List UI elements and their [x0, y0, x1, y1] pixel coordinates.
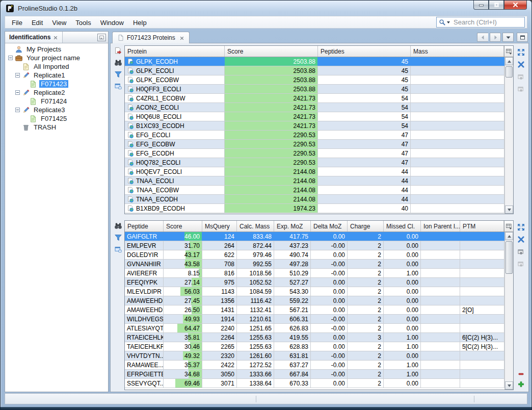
table-row[interactable]: C4ZRL1_ECOBW2421.7354 — [125, 94, 504, 103]
copy-up-icon[interactable] — [516, 247, 525, 256]
table-row[interactable]: H0QFF3_ECOLI2503.8845 — [125, 85, 504, 94]
tree-item-my-projects[interactable]: My Projects — [5, 45, 108, 54]
menu-file[interactable]: File — [7, 18, 27, 28]
tree-item-trash[interactable]: TRASH — [5, 123, 108, 132]
column-header-peptides[interactable]: Peptides — [318, 46, 411, 57]
maximize-view-button[interactable] — [517, 33, 528, 42]
table-row[interactable]: GLPK_ECOBW2503.8845 — [125, 75, 504, 85]
column-header-peptide[interactable]: Peptide — [125, 221, 164, 232]
close-x-icon[interactable] — [516, 235, 525, 244]
table-row[interactable]: GLPK_ECODH2503.8845 — [125, 57, 504, 66]
scroll-up-icon[interactable] — [505, 57, 513, 65]
table-row[interactable]: MLEVLDIPR56.0311431084.59543.300.0020.00 — [125, 287, 504, 296]
search-box[interactable] — [436, 17, 525, 28]
column-header-msquery[interactable]: MsQuery — [202, 221, 237, 232]
minimize-window-button[interactable] — [473, 1, 489, 10]
column-header-mass[interactable]: Mass — [411, 46, 504, 57]
menu-tools[interactable]: Tools — [71, 18, 95, 28]
copy-down-icon[interactable] — [516, 84, 525, 93]
remove-icon[interactable] — [516, 369, 525, 378]
table-row[interactable]: EFG_ECOLI2290.5347 — [125, 131, 504, 140]
filter-icon[interactable] — [114, 233, 123, 242]
peptide-scrollbar[interactable] — [504, 232, 513, 390]
titlebar[interactable]: ProlineStudio 0.1.2b — [1, 1, 531, 16]
table-row[interactable]: TNAA_ECOLI2144.0844 — [125, 176, 504, 186]
filter-icon[interactable] — [114, 70, 123, 79]
table-row[interactable]: TNAA_ECOBW2144.0844 — [125, 186, 504, 195]
column-header-protein[interactable]: Protein — [125, 46, 225, 57]
collapse-expander-icon[interactable] — [15, 73, 20, 78]
table-row[interactable]: EFEQIYPK27.149751052.52527.270.0020.00 — [125, 278, 504, 287]
tab-identifications[interactable]: Identifications — [5, 32, 63, 43]
table-row[interactable]: B1XBD9_ECODH1974.2340 — [125, 204, 504, 213]
table-row[interactable]: SSEVYGQT...69.4630711338.64670.330.0020.… — [125, 379, 504, 388]
copy-down-icon[interactable] — [516, 259, 525, 268]
tab-next-button[interactable] — [490, 33, 501, 42]
table-row[interactable]: TNAA_ECODH2144.0844 — [125, 195, 504, 204]
scroll-thumb[interactable] — [506, 66, 513, 78]
panel-close-icon[interactable] — [53, 35, 58, 40]
menu-edit[interactable]: Edit — [27, 18, 47, 28]
column-chooser-icon[interactable] — [504, 221, 513, 232]
column-header-ion_parent[interactable]: Ion Parent I... — [421, 221, 460, 232]
export-icon[interactable] — [114, 46, 123, 56]
tab-close-icon[interactable] — [179, 35, 184, 40]
table-row[interactable]: AMAWEEHDE27.4513561116.42559.220.0020.00 — [125, 296, 504, 305]
tree-item-replicate3[interactable]: Replicate3 — [5, 106, 108, 114]
tab-list-button[interactable] — [502, 33, 514, 42]
table-row[interactable]: EFG_ECODH2290.5347 — [125, 149, 504, 158]
add-icon[interactable] — [516, 379, 525, 389]
table-row[interactable]: H0Q6U8_ECOLI2421.7354 — [125, 112, 504, 121]
column-header-ptm[interactable]: PTM — [460, 221, 504, 232]
table-row[interactable]: WILDHVEGSR49.9319141210.61606.31-0.0020.… — [125, 315, 504, 324]
copy-up-icon[interactable] — [516, 72, 525, 81]
column-header-delta_moz[interactable]: Delta MoZ — [311, 221, 348, 232]
protein-scrollbar[interactable] — [504, 57, 513, 214]
binoculars-icon[interactable] — [114, 221, 123, 230]
table-row[interactable]: ACON2_ECOLI2421.7354 — [125, 103, 504, 112]
tree-item-all-imported[interactable]: All Imported — [5, 62, 108, 71]
table-row[interactable]: GVNANHIIR43.58708992.55497.28-0.0020.00 — [125, 260, 504, 269]
tree-item-f071424[interactable]: F071424 — [5, 97, 108, 106]
binoculars-icon[interactable] — [114, 58, 123, 67]
table-row[interactable]: RTAEICEHLK35.8122641255.63419.550.0031.0… — [125, 333, 504, 342]
maximize-window-button[interactable] — [489, 1, 504, 10]
window-icon[interactable] — [114, 245, 123, 254]
search-options-chevron-icon[interactable] — [447, 21, 450, 23]
table-row[interactable]: AMAWEEHDE26.5014311132.41567.210.0020.00… — [125, 305, 504, 315]
close-window-button[interactable] — [504, 1, 527, 10]
window-icon[interactable] — [114, 82, 123, 91]
column-header-charge[interactable]: Charge — [348, 221, 384, 232]
menu-window[interactable]: Window — [96, 18, 128, 28]
tab-prev-button[interactable] — [477, 33, 488, 42]
column-chooser-icon[interactable] — [504, 46, 513, 57]
expand-icon[interactable] — [516, 222, 525, 232]
scroll-down-icon[interactable] — [505, 381, 513, 390]
column-header-score[interactable]: Score — [164, 221, 202, 232]
table-row[interactable]: RAMAWEE...35.3724221272.52637.27-0.0021.… — [125, 361, 504, 370]
collapse-expander-icon[interactable] — [15, 108, 20, 112]
table-row[interactable]: EMLPEVR31.70264872.44437.23-0.0020.00 — [125, 241, 504, 250]
tree-item-f071423[interactable]: F071423 — [5, 80, 108, 88]
expand-icon[interactable] — [516, 47, 525, 57]
table-row[interactable]: H0QEV7_ECOLI2144.0844 — [125, 167, 504, 176]
tree-item-replicate2[interactable]: Replicate2 — [5, 88, 108, 97]
table-row[interactable]: H0Q782_ECOLI2290.5347 — [125, 158, 504, 167]
table-row[interactable]: B1XC93_ECODH2421.7354 — [125, 121, 504, 131]
collapse-expander-icon[interactable] — [8, 56, 13, 60]
column-header-score[interactable]: Score — [225, 46, 318, 57]
menu-help[interactable]: Help — [128, 18, 151, 28]
tab-f071423-proteins[interactable]: F071423 Proteins — [112, 32, 190, 43]
table-row[interactable]: EFG_ECOBW2290.5347 — [125, 140, 504, 149]
scroll-down-icon[interactable] — [505, 206, 513, 214]
column-header-exp_moz[interactable]: Exp. MoZ — [274, 221, 311, 232]
column-header-missed_cl[interactable]: Missed Cl. — [384, 221, 421, 232]
table-row[interactable]: GLPK_ECOLI2503.8845 — [125, 66, 504, 75]
tree-item-your-project-name[interactable]: Your project name — [5, 54, 108, 62]
table-row[interactable]: EFRPGIETTER34.6830501333.66667.84-0.0021… — [125, 370, 504, 379]
collapse-expander-icon[interactable] — [15, 90, 20, 95]
scroll-up-icon[interactable] — [505, 232, 513, 240]
tree-item-f071425[interactable]: F071425 — [5, 114, 108, 123]
column-header-calc_mass[interactable]: Calc. Mass — [237, 221, 274, 232]
table-row[interactable]: AVIEREFR8.158161018.56510.29-0.0021.00 — [125, 269, 504, 278]
